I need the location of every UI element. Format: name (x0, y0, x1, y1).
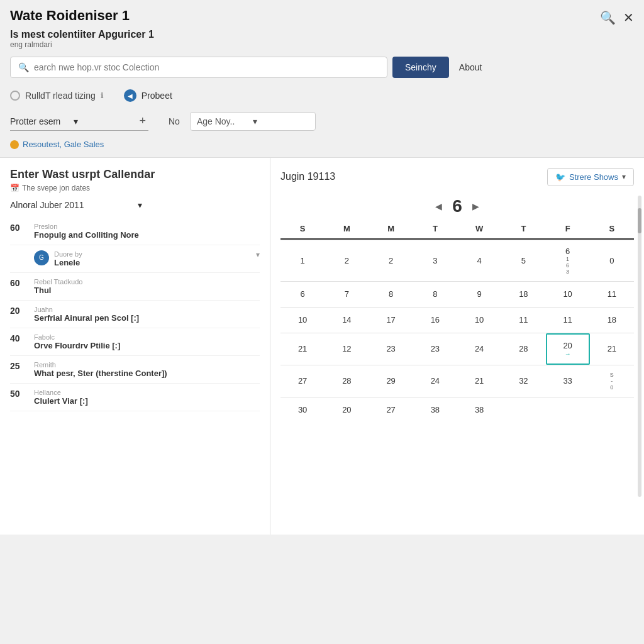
cal-cell[interactable]: 24 (457, 333, 501, 365)
cal-cell[interactable]: 7 (325, 282, 369, 307)
cal-cell[interactable]: 33 (546, 365, 590, 397)
cal-cell[interactable]: 21 (457, 365, 501, 397)
cal-cell[interactable]: 8 (413, 282, 457, 307)
list-item: 50 Hellance Clulert Viar [:] (10, 384, 260, 411)
calendar-header: Jugin 19113 🐦 Strere Shows ▾ (280, 168, 634, 186)
cal-cell[interactable]: 11 (501, 308, 545, 333)
age-chevron: ▾ (253, 116, 309, 126)
search-button[interactable]: Seinchy (392, 57, 449, 78)
title-bar: Wate Roideniser 1 🔍 ✕ (0, 0, 644, 28)
resource-dot-icon (10, 140, 19, 149)
list-item: 60 Rebel Ttadkudo Thul (10, 273, 260, 301)
cal-cell[interactable]: 30 (280, 397, 325, 423)
left-panel: Enter Wast usrpt Callendar 📅 The svepe j… (0, 158, 270, 535)
app-subtitle: ls mest colentiiter Apguricer 1 (10, 29, 634, 40)
age-dropdown-label: Age Noy.. (197, 116, 253, 126)
cal-cell[interactable]: 14 (325, 308, 369, 333)
cal-cell[interactable]: 1 (280, 240, 325, 281)
search-input[interactable] (34, 62, 379, 72)
cal-cell[interactable]: 8 (369, 282, 413, 307)
cal-cell[interactable]: 21 (280, 333, 325, 365)
list-item: 25 Remith What pesr, Ster (therstine Con… (10, 356, 260, 384)
cal-cell[interactable]: 10 (546, 282, 590, 307)
cal-cell[interactable]: 23 (413, 333, 457, 365)
cal-cell[interactable]: 32 (501, 365, 545, 397)
protter-dropdown[interactable]: Protter esem ▾ + (10, 112, 148, 131)
cal-cell[interactable]: 6163 (546, 240, 590, 281)
cal-cell[interactable]: 17 (369, 308, 413, 333)
cal-cell[interactable]: 2 (325, 240, 369, 281)
cal-cell[interactable]: 29 (369, 365, 413, 397)
cal-cell (501, 397, 545, 423)
about-button[interactable]: About (454, 57, 487, 78)
scrollbar[interactable] (638, 196, 641, 497)
cal-cell[interactable]: 21 (590, 333, 634, 365)
prev-month-button[interactable]: ◀ (435, 201, 442, 211)
calendar-nav: ◀ 6 ▶ (280, 196, 634, 216)
cal-cell[interactable]: 11 (546, 308, 590, 333)
title-bar-right: 🔍 ✕ (600, 8, 634, 25)
calendar-row: 30 20 27 38 38 (280, 397, 634, 423)
calendar-row: 1 2 2 3 4 5 6163 0 (280, 240, 634, 281)
scrollbar-thumb[interactable] (638, 208, 641, 233)
age-dropdown[interactable]: Age Noy.. ▾ (190, 112, 316, 131)
cal-cell[interactable]: 3 (413, 240, 457, 281)
cal-cell (546, 397, 590, 423)
cal-cell[interactable]: 10 (280, 308, 325, 333)
search-bar: 🔍 Seinchy About (0, 50, 644, 84)
expand-arrow-icon[interactable]: ▾ (256, 250, 260, 259)
cal-cell[interactable]: 27 (369, 397, 413, 423)
cal-cell[interactable]: 0 (590, 240, 634, 281)
filter-label: RulldT rlead tizing (25, 91, 96, 101)
cal-cell[interactable]: 10 (457, 308, 501, 333)
app-window: Wate Roideniser 1 🔍 ✕ ls mest colentiite… (0, 0, 644, 644)
panel-title: Enter Wast usrpt Callendar (10, 168, 260, 181)
cal-cell-highlighted[interactable]: 20 → (546, 333, 590, 365)
cal-cell[interactable]: 12 (325, 333, 369, 365)
close-icon[interactable]: ✕ (623, 10, 634, 25)
cal-cell[interactable]: 11 (590, 282, 634, 307)
add-button[interactable]: + (137, 114, 149, 128)
probeet-icon: ◀ (124, 89, 136, 102)
calendar-view-button[interactable]: 🐦 Strere Shows ▾ (547, 168, 634, 186)
protter-chevron: ▾ (74, 116, 137, 126)
list-item: 20 Juahn Serfrial Ainural pen Scol [:] (10, 301, 260, 328)
calendar-view-chevron: ▾ (622, 172, 626, 181)
cal-cell[interactable]: 38 (413, 397, 457, 423)
cal-cell[interactable]: 6 (280, 282, 325, 307)
cal-cell[interactable]: 24 (413, 365, 457, 397)
panel-subtitle: 📅 The svepe jon dates (10, 184, 260, 192)
search-icon[interactable]: 🔍 (600, 10, 616, 25)
cal-cell[interactable]: 28 (501, 333, 545, 365)
resource-tag[interactable]: Resoutest, Gale Sales (10, 140, 104, 149)
calendar-row: 10 14 17 16 10 11 11 18 (280, 307, 634, 333)
cal-cell[interactable]: 5 (501, 240, 545, 281)
calendar-row: 21 12 23 23 24 28 20 → 21 (280, 333, 634, 365)
cal-cell[interactable]: 4 (457, 240, 501, 281)
calendar-header-row: S M M T W T F S (280, 221, 634, 236)
calendar-icon: 📅 (10, 184, 19, 192)
cal-cell[interactable]: 9 (457, 282, 501, 307)
resource-label: Resoutest, Gale Sales (23, 140, 104, 149)
main-content: Enter Wast usrpt Callendar 📅 The svepe j… (0, 157, 644, 535)
list-item: 40 Fabolc Orve Flourdrv Ptilie [:] (10, 328, 260, 356)
cal-cell[interactable]: 27 (280, 365, 325, 397)
probeet-label: Probeet (142, 91, 172, 101)
radio-button[interactable] (10, 91, 20, 101)
cal-cell (590, 397, 634, 423)
next-month-button[interactable]: ▶ (472, 201, 479, 211)
cal-cell[interactable]: 38 (457, 397, 501, 423)
cal-cell[interactable]: 18 (590, 308, 634, 333)
cal-cell[interactable]: 28 (325, 365, 369, 397)
cal-cell[interactable]: 20 (325, 397, 369, 423)
cal-cell[interactable]: 18 (501, 282, 545, 307)
calendar-view-label: Strere Shows (569, 172, 618, 182)
year-label: Alnoral Juber 2011 (10, 200, 133, 210)
cal-cell[interactable]: S-0 (590, 365, 634, 397)
filter-right: ◀ Probeet (124, 89, 172, 102)
year-selector[interactable]: Alnoral Juber 2011 ▾ (10, 200, 260, 210)
cal-cell[interactable]: 2 (369, 240, 413, 281)
cal-cell[interactable]: 23 (369, 333, 413, 365)
title-bar-left: Wate Roideniser 1 (10, 8, 130, 24)
cal-cell[interactable]: 16 (413, 308, 457, 333)
